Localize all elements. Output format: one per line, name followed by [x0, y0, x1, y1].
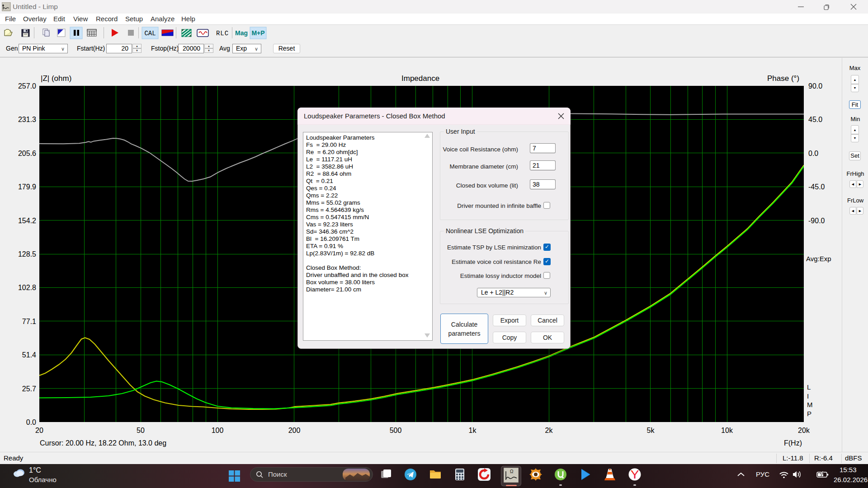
svg-text:CAL: CAL — [144, 30, 156, 37]
svg-text:RLC: RLC — [216, 30, 229, 37]
svg-text:M+P: M+P — [251, 29, 264, 37]
svg-text:Ω: Ω — [510, 469, 514, 474]
svg-text:Mag: Mag — [235, 29, 248, 37]
